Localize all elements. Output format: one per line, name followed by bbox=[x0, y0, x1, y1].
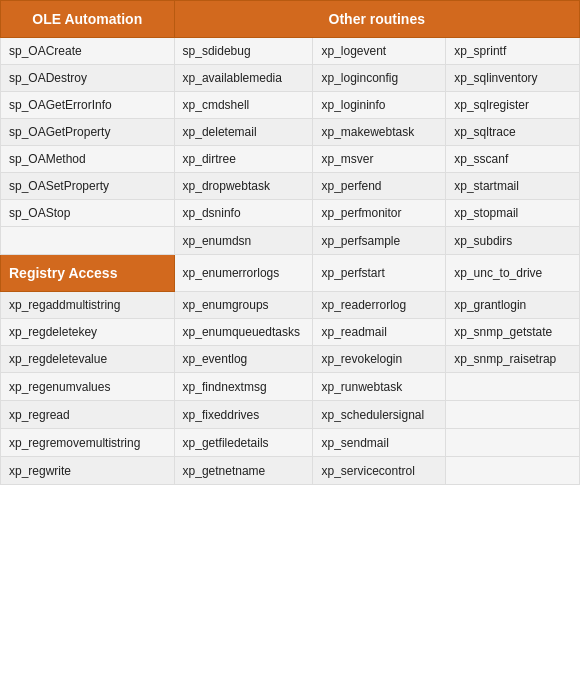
other-routines-item: xp_deletemail bbox=[174, 119, 313, 146]
other-routines-item: sp_sdidebug bbox=[174, 38, 313, 65]
other-routines-item: xp_schedulersignal bbox=[313, 401, 446, 429]
other-routines-item: xp_sscanf bbox=[446, 146, 580, 173]
other-routines-item: xp_enumqueuedtasks bbox=[174, 319, 313, 346]
ole-automation-item: sp_OAGetErrorInfo bbox=[1, 92, 175, 119]
registry-access-item: xp_regremovemultistring bbox=[1, 429, 175, 457]
other-routines-item: xp_revokelogin bbox=[313, 346, 446, 373]
other-routines-item: xp_dirtree bbox=[174, 146, 313, 173]
other-routines-item: xp_eventlog bbox=[174, 346, 313, 373]
other-routines-item: xp_logevent bbox=[313, 38, 446, 65]
other-routines-item: xp_readmail bbox=[313, 319, 446, 346]
other-routines-item: xp_readerrorlog bbox=[313, 292, 446, 319]
other-routines-item: xp_grantlogin bbox=[446, 292, 580, 319]
registry-access-item: xp_regdeletevalue bbox=[1, 346, 175, 373]
other-routines-item: xp_findnextmsg bbox=[174, 373, 313, 401]
other-routines-item: xp_cmdshell bbox=[174, 92, 313, 119]
other-routines-item bbox=[446, 457, 580, 485]
registry-access-header: Registry Access bbox=[1, 255, 175, 292]
other-routines-item: xp_startmail bbox=[446, 173, 580, 200]
other-routines-item: xp_enumdsn bbox=[174, 227, 313, 255]
other-routines-item: xp_makewebtask bbox=[313, 119, 446, 146]
other-routines-item: xp_dsninfo bbox=[174, 200, 313, 227]
ole-automation-item: sp_OASetProperty bbox=[1, 173, 175, 200]
other-routines-item: xp_enumerrorlogs bbox=[174, 255, 313, 292]
other-routines-item: xp_enumgroups bbox=[174, 292, 313, 319]
other-routines-item: xp_fixeddrives bbox=[174, 401, 313, 429]
other-routines-item: xp_perfend bbox=[313, 173, 446, 200]
ole-automation-header: OLE Automation bbox=[1, 1, 175, 38]
registry-access-item: xp_regenumvalues bbox=[1, 373, 175, 401]
registry-access-item: xp_regread bbox=[1, 401, 175, 429]
other-routines-item: xp_msver bbox=[313, 146, 446, 173]
other-routines-item: xp_loginconfig bbox=[313, 65, 446, 92]
registry-access-item: xp_regaddmultistring bbox=[1, 292, 175, 319]
other-routines-item: xp_sqltrace bbox=[446, 119, 580, 146]
ole-automation-item: sp_OAMethod bbox=[1, 146, 175, 173]
other-routines-item: xp_unc_to_drive bbox=[446, 255, 580, 292]
other-routines-item: xp_snmp_raisetrap bbox=[446, 346, 580, 373]
other-routines-item bbox=[446, 401, 580, 429]
other-routines-item: xp_dropwebtask bbox=[174, 173, 313, 200]
other-routines-item: xp_snmp_getstate bbox=[446, 319, 580, 346]
other-routines-item: xp_logininfo bbox=[313, 92, 446, 119]
ole-automation-item: sp_OAStop bbox=[1, 200, 175, 227]
other-routines-item: xp_sqlinventory bbox=[446, 65, 580, 92]
other-routines-item: xp_stopmail bbox=[446, 200, 580, 227]
other-routines-item: xp_getnetname bbox=[174, 457, 313, 485]
other-routines-item: xp_perfsample bbox=[313, 227, 446, 255]
other-routines-item: xp_getfiledetails bbox=[174, 429, 313, 457]
ole-automation-item: sp_OADestroy bbox=[1, 65, 175, 92]
ole-automation-item: sp_OACreate bbox=[1, 38, 175, 65]
other-routines-item: xp_perfmonitor bbox=[313, 200, 446, 227]
other-routines-header: Other routines bbox=[174, 1, 579, 38]
other-routines-item: xp_availablemedia bbox=[174, 65, 313, 92]
other-routines-item: xp_sprintf bbox=[446, 38, 580, 65]
other-routines-item: xp_servicecontrol bbox=[313, 457, 446, 485]
other-routines-item bbox=[446, 373, 580, 401]
other-routines-item: xp_sqlregister bbox=[446, 92, 580, 119]
other-routines-item: xp_runwebtask bbox=[313, 373, 446, 401]
registry-access-item: xp_regwrite bbox=[1, 457, 175, 485]
registry-access-item: xp_regdeletekey bbox=[1, 319, 175, 346]
empty-cell bbox=[1, 227, 175, 255]
other-routines-item bbox=[446, 429, 580, 457]
other-routines-item: xp_sendmail bbox=[313, 429, 446, 457]
other-routines-item: xp_subdirs bbox=[446, 227, 580, 255]
ole-automation-item: sp_OAGetProperty bbox=[1, 119, 175, 146]
other-routines-item: xp_perfstart bbox=[313, 255, 446, 292]
